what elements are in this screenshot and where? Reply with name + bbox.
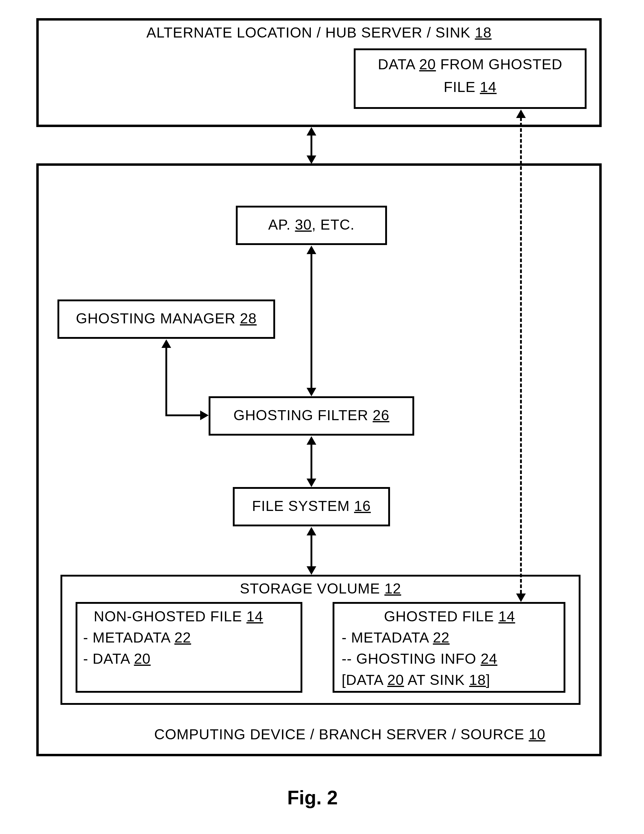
arrow-fs-sv-down — [307, 566, 316, 575]
file-system-label: FILE SYSTEM 16 — [233, 498, 390, 514]
arrow-hub-device — [310, 135, 312, 156]
arrow-filter-fs — [310, 444, 312, 478]
hub-data-line2: FILE 14 — [354, 79, 587, 95]
ngf-title: NON-GHOSTED FILE 14 — [94, 608, 263, 625]
arrow-ap-filter — [310, 254, 312, 388]
gf2-meta: - METADATA 22 — [342, 629, 450, 646]
arrow-gm-filter-h — [165, 414, 201, 416]
arrow-hub-device-down — [307, 155, 316, 164]
arrow-dashed-data-ghosted — [520, 117, 522, 593]
hub-title-text: ALTERNATE LOCATION / HUB SERVER / SINK — [146, 24, 475, 40]
hub-title: ALTERNATE LOCATION / HUB SERVER / SINK 1… — [36, 24, 602, 41]
arrow-gm-filter-v — [165, 347, 167, 414]
device-footer: COMPUTING DEVICE / BRANCH SERVER / SOURC… — [154, 726, 546, 743]
arrow-filter-fs-down — [307, 478, 316, 487]
ghosting-filter-label: GHOSTING FILTER 26 — [208, 407, 414, 423]
diagram-canvas: ALTERNATE LOCATION / HUB SERVER / SINK 1… — [0, 0, 644, 834]
hub-title-num: 18 — [475, 24, 491, 40]
ghosting-manager-label: GHOSTING MANAGER 28 — [57, 310, 275, 327]
arrow-fs-sv-up — [307, 527, 316, 535]
gf2-title: GHOSTED FILE 14 — [384, 608, 515, 625]
figure-label: Fig. 2 — [287, 787, 338, 809]
arrow-dashed-up — [516, 110, 526, 118]
gf2-ginfo: -- GHOSTING INFO 24 — [342, 650, 497, 667]
gf2-data: [DATA 20 AT SINK 18] — [342, 672, 490, 688]
arrow-ap-filter-down — [307, 388, 316, 396]
arrow-fs-sv — [310, 535, 312, 566]
ngf-meta: - METADATA 22 — [83, 629, 191, 646]
arrow-gm-filter-right — [200, 411, 208, 420]
ap-label: AP. 30, ETC. — [236, 216, 387, 233]
arrow-ap-filter-up — [307, 246, 316, 254]
arrow-hub-device-up — [307, 127, 316, 136]
ngf-data: - DATA 20 — [83, 650, 150, 667]
hub-data-line1: DATA 20 FROM GHOSTED — [354, 56, 587, 73]
arrow-dashed-down — [516, 593, 526, 602]
arrow-gm-filter-up — [161, 339, 171, 348]
arrow-filter-fs-up — [307, 436, 316, 444]
storage-volume-title: STORAGE VOLUME 12 — [60, 580, 581, 597]
